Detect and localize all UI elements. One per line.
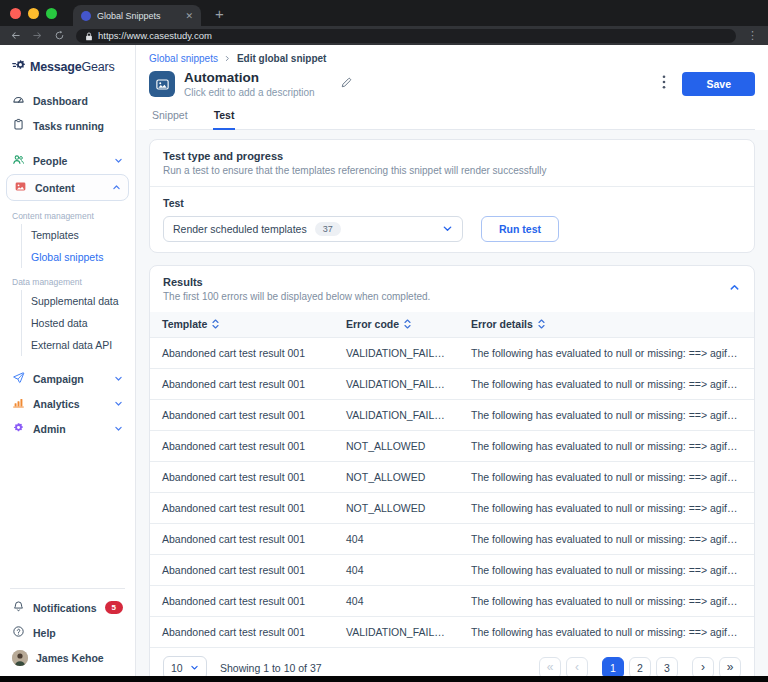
chevron-down-icon <box>190 662 199 674</box>
cell-template: Abandoned cart test result 001 <box>150 338 334 369</box>
cell-error-details: The following has evaluated to null or m… <box>459 431 754 462</box>
breadcrumb-global-snippets[interactable]: Global snippets <box>149 53 218 64</box>
cell-error-code: NOT_ALLOWED <box>334 431 459 462</box>
sidebar-item-help[interactable]: Help <box>0 620 135 645</box>
sort-icon[interactable] <box>212 319 219 331</box>
chevron-down-icon <box>114 398 123 410</box>
cell-template: Abandoned cart test result 001 <box>150 369 334 400</box>
sidebar-item-notifications[interactable]: Notifications 5 <box>0 595 135 620</box>
chevron-up-icon <box>112 182 121 194</box>
bar-chart-icon <box>12 396 25 411</box>
test-type-header: Test type and progress Run a test to ens… <box>150 140 754 186</box>
content-management-group: Templates Global snippets <box>21 224 135 268</box>
table-row: Abandoned cart test result 001VALIDATION… <box>150 617 754 648</box>
column-header-error-code[interactable]: Error code <box>334 312 459 338</box>
logo-text: MessageGears <box>30 60 114 74</box>
sidebar-item-analytics[interactable]: Analytics <box>0 391 135 416</box>
browser-tab-title: Global Snippets <box>97 11 179 21</box>
window-maximize-button[interactable] <box>46 8 57 19</box>
sidebar-item-label: Analytics <box>33 398 80 410</box>
save-button[interactable]: Save <box>682 72 755 96</box>
logo[interactable]: MessageGears <box>0 49 135 88</box>
clipboard-icon <box>12 118 25 133</box>
select-value: Render scheduled templates <box>173 223 307 235</box>
edit-pencil-icon[interactable] <box>340 75 353 93</box>
sidebar-item-admin[interactable]: Admin <box>0 416 135 441</box>
table-row: Abandoned cart test result 001VALIDATION… <box>150 400 754 431</box>
help-icon <box>12 625 25 640</box>
section-label-data-management: Data management <box>0 268 135 290</box>
sidebar-item-tasks-running[interactable]: Tasks running <box>0 113 135 138</box>
test-controls: Test Render scheduled templates 37 Run t… <box>150 186 754 252</box>
results-card: Results The first 100 errors will be dis… <box>149 265 755 682</box>
table-row: Abandoned cart test result 001404The fol… <box>150 586 754 617</box>
sidebar-item-dashboard[interactable]: Dashboard <box>0 88 135 113</box>
bell-icon <box>12 600 25 615</box>
run-test-button[interactable]: Run test <box>481 216 559 242</box>
sort-icon[interactable] <box>404 319 411 331</box>
window-minimize-button[interactable] <box>28 8 39 19</box>
table-row: Abandoned cart test result 001NOT_ALLOWE… <box>150 431 754 462</box>
sidebar-item-label: People <box>33 155 67 167</box>
table-row: Abandoned cart test result 001404The fol… <box>150 524 754 555</box>
test-type-title: Test type and progress <box>163 150 741 162</box>
sidebar-item-label: Campaign <box>33 373 84 385</box>
kebab-menu-icon[interactable] <box>662 75 666 93</box>
browser-menu-icon[interactable]: ⋮ <box>747 29 758 42</box>
sidebar-item-label: Notifications <box>33 602 97 614</box>
page-description[interactable]: Click edit to add a description <box>184 87 315 98</box>
cell-error-details: The following has evaluated to null or m… <box>459 338 754 369</box>
browser-tab[interactable]: Global Snippets ✕ <box>73 5 201 26</box>
cell-error-details: The following has evaluated to null or m… <box>459 493 754 524</box>
breadcrumb-separator-icon <box>224 53 231 64</box>
sidebar-item-label: Content <box>35 182 75 194</box>
user-avatar <box>12 650 28 666</box>
sidebar-item-global-snippets[interactable]: Global snippets <box>31 246 135 268</box>
forward-icon[interactable] <box>32 30 43 41</box>
tab-snippet[interactable]: Snippet <box>151 109 189 129</box>
url-bar[interactable]: https://www.casestudy.com <box>76 29 736 43</box>
test-type-select[interactable]: Render scheduled templates 37 <box>163 216 463 242</box>
sidebar-item-external-data-api[interactable]: External data API <box>31 334 135 356</box>
sidebar-item-supplemental-data[interactable]: Supplemental data <box>31 290 135 312</box>
content-image-icon <box>14 180 27 195</box>
cell-error-code: NOT_ALLOWED <box>334 462 459 493</box>
messagegears-logo-icon <box>12 58 26 76</box>
cell-error-details: The following has evaluated to null or m… <box>459 369 754 400</box>
collapse-chevron-icon[interactable] <box>729 279 740 297</box>
sidebar-item-campaign[interactable]: Campaign <box>0 366 135 391</box>
sidebar-footer: Notifications 5 Help James Kehoe <box>0 582 135 676</box>
sidebar-item-label: Dashboard <box>33 95 88 107</box>
new-tab-button[interactable]: + <box>215 6 224 21</box>
test-label: Test <box>163 197 741 209</box>
cell-template: Abandoned cart test result 001 <box>150 400 334 431</box>
sort-icon[interactable] <box>538 319 545 331</box>
sidebar-item-hosted-data[interactable]: Hosted data <box>31 312 135 334</box>
sidebar-item-content[interactable]: Content <box>6 174 129 201</box>
tab-bar: Snippet Test <box>149 109 755 130</box>
section-label-content-management: Content management <box>0 202 135 224</box>
sidebar-item-templates[interactable]: Templates <box>31 224 135 246</box>
lock-icon <box>85 27 93 45</box>
cell-error-code: VALIDATION_FAILURE <box>334 400 459 431</box>
window-controls <box>10 8 57 19</box>
title-block: Automation Click edit to add a descripti… <box>184 70 315 98</box>
window-close-button[interactable] <box>10 8 21 19</box>
chevron-down-icon <box>114 373 123 385</box>
table-row: Abandoned cart test result 001NOT_ALLOWE… <box>150 493 754 524</box>
page-title: Automation <box>184 70 315 85</box>
sidebar-item-user[interactable]: James Kehoe <box>0 645 135 670</box>
sidebar-item-people[interactable]: People <box>0 148 135 173</box>
cell-error-details: The following has evaluated to null or m… <box>459 524 754 555</box>
back-icon[interactable] <box>10 30 21 41</box>
table-row: Abandoned cart test result 001VALIDATION… <box>150 338 754 369</box>
column-header-error-details[interactable]: Error details <box>459 312 754 338</box>
tab-test[interactable]: Test <box>213 109 236 130</box>
cell-error-code: 404 <box>334 586 459 617</box>
column-header-template[interactable]: Template <box>150 312 334 338</box>
reload-icon[interactable] <box>54 30 65 41</box>
site-favicon-icon <box>81 11 91 21</box>
sidebar-item-label: Tasks running <box>33 120 104 132</box>
cell-error-code: NOT_ALLOWED <box>334 493 459 524</box>
tab-close-icon[interactable]: ✕ <box>185 11 193 21</box>
